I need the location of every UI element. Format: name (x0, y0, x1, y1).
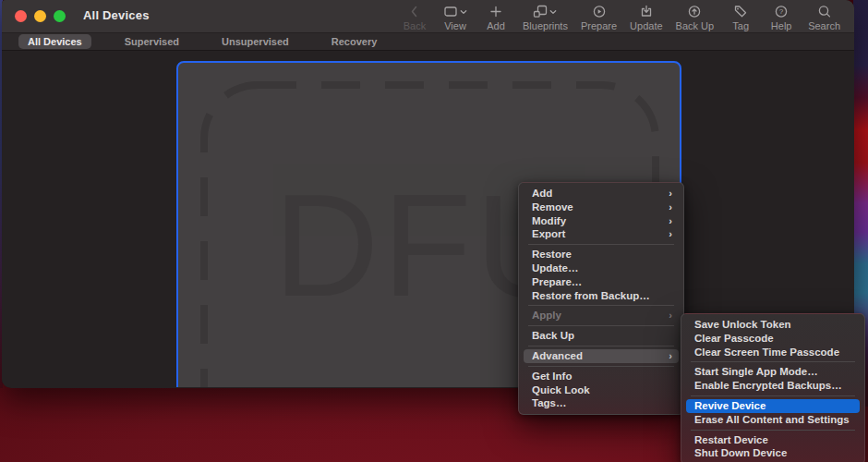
tab-all-devices[interactable]: All Devices (18, 34, 91, 49)
toolbar-button-blueprints[interactable]: Blueprints (516, 2, 574, 33)
toolbar: BackViewAddBlueprintsPrepareUpdateBack U… (394, 2, 847, 33)
menu-separator (691, 395, 855, 396)
menu-item-tags[interactable]: Tags… (524, 396, 679, 410)
submenu-chevron-icon: › (669, 214, 672, 228)
zoom-button[interactable] (54, 10, 66, 22)
menu-item-restart-device[interactable]: Restart Device (686, 433, 860, 447)
menu-item-label: Modify (532, 215, 566, 226)
plus-icon (488, 4, 503, 19)
menu-separator (528, 325, 674, 326)
menu-separator (528, 366, 674, 367)
toolbar-label: Blueprints (523, 20, 568, 31)
toolbar-label: Update (630, 20, 662, 31)
menu-item-update[interactable]: Update… (524, 261, 679, 275)
menu-item-label: Apply (532, 310, 561, 321)
menu-item-label: Get Info (532, 371, 572, 382)
menu-item-advanced[interactable]: Advanced› (524, 349, 679, 363)
context-menu: Add›Remove›Modify›Export›RestoreUpdate…P… (518, 182, 684, 415)
menu-separator (528, 244, 674, 245)
search-icon (817, 4, 832, 19)
menu-item-clear-passcode[interactable]: Clear Passcode (686, 332, 860, 346)
menu-item-label: Erase All Content and Settings (694, 414, 850, 425)
toolbar-button-back-up[interactable]: Back Up (669, 2, 721, 33)
toolbar-button-view[interactable]: View (435, 2, 476, 33)
menu-item-get-info[interactable]: Get Info (524, 370, 679, 383)
menu-item-label: Back Up (532, 330, 574, 341)
menu-item-shut-down-device[interactable]: Shut Down Device (686, 446, 860, 460)
menu-item-label: Add (532, 188, 552, 199)
help-circle-icon: ? (774, 4, 789, 19)
menu-item-label: Remove (532, 201, 573, 213)
toolbar-label: Tag (732, 20, 749, 31)
menu-item-apply: Apply› (524, 309, 679, 322)
menu-item-label: Start Single App Mode… (694, 366, 818, 377)
menu-item-label: Update… (532, 262, 578, 274)
window-view-icon (443, 4, 467, 19)
tag-icon (733, 4, 748, 19)
menu-item-erase-all-content-and-settings[interactable]: Erase All Content and Settings (686, 413, 860, 427)
toolbar-label: Help (771, 20, 792, 31)
menu-item-restore[interactable]: Restore (524, 248, 679, 261)
menu-item-label: Clear Passcode (694, 333, 774, 344)
menu-item-back-up[interactable]: Back Up (524, 329, 679, 343)
menu-item-enable-encrypted-backups[interactable]: Enable Encrypted Backups… (686, 379, 860, 393)
tab-recovery[interactable]: Recovery (322, 34, 387, 49)
menu-separator (528, 346, 674, 346)
menu-item-label: Restore from Backup… (532, 290, 650, 301)
toolbar-label: Search (808, 20, 840, 31)
titlebar: All Devices BackViewAddBlueprintsPrepare… (2, 0, 854, 32)
menu-item-add[interactable]: Add› (524, 187, 679, 201)
menu-item-modify[interactable]: Modify› (524, 214, 679, 228)
menu-item-label: Export (532, 228, 565, 239)
menu-item-save-unlock-token[interactable]: Save Unlock Token (686, 318, 860, 332)
tab-unsupervised[interactable]: Unsupervised (212, 34, 298, 49)
menu-item-label: Tags… (532, 397, 567, 408)
menu-item-label: Save Unlock Token (694, 319, 791, 330)
toolbar-label: Add (487, 20, 505, 31)
window-title: All Devices (83, 8, 150, 22)
toolbar-button-search[interactable]: Search (802, 2, 847, 33)
tab-supervised[interactable]: Supervised (115, 34, 188, 49)
menu-item-prepare[interactable]: Prepare… (524, 275, 679, 289)
menu-item-label: Clear Screen Time Passcode (694, 346, 839, 358)
menu-item-restore-from-backup[interactable]: Restore from Backup… (524, 289, 679, 303)
toolbar-button-help[interactable]: ?Help (761, 2, 802, 33)
toolbar-label: Back (404, 20, 426, 31)
traffic-lights (15, 10, 66, 22)
menu-item-label: Shut Down Device (694, 447, 787, 458)
submenu-chevron-icon: › (669, 227, 672, 241)
submenu-chevron-icon: › (669, 187, 672, 201)
svg-text:?: ? (779, 7, 784, 16)
submenu-chevron-icon: › (669, 309, 672, 322)
menu-item-export[interactable]: Export› (524, 227, 679, 241)
menu-item-start-single-app-mode[interactable]: Start Single App Mode… (686, 365, 860, 379)
advanced-submenu: Save Unlock TokenClear PasscodeClear Scr… (681, 313, 865, 462)
toolbar-button-add[interactable]: Add (476, 2, 516, 33)
prepare-play-circle-icon (592, 4, 607, 19)
menu-item-label: Enable Encrypted Backups… (694, 380, 842, 391)
menu-separator (691, 361, 855, 362)
toolbar-button-back: Back (394, 2, 435, 33)
menu-item-clear-screen-time-passcode[interactable]: Clear Screen Time Passcode (686, 346, 860, 359)
menu-item-remove[interactable]: Remove› (524, 201, 679, 214)
close-button[interactable] (15, 10, 27, 22)
menu-item-label: Restart Device (694, 434, 768, 445)
backup-circle-arrow-icon (687, 4, 702, 19)
menu-item-label: Prepare… (532, 276, 582, 287)
toolbar-button-tag[interactable]: Tag (720, 2, 761, 33)
chevron-left-icon (407, 4, 422, 19)
submenu-chevron-icon: › (669, 201, 672, 214)
menu-item-label: Advanced (532, 350, 583, 361)
menu-item-label: Restore (532, 249, 572, 260)
menu-item-label: Revive Device (694, 400, 766, 411)
toolbar-button-update[interactable]: Update (623, 2, 669, 33)
menu-item-revive-device[interactable]: Revive Device (686, 399, 860, 413)
toolbar-label: Prepare (581, 20, 617, 31)
tab-bar: All DevicesSupervisedUnsupervisedRecover… (2, 32, 854, 51)
menu-item-quick-look[interactable]: Quick Look (524, 383, 679, 397)
blueprints-icon (533, 4, 557, 19)
toolbar-button-prepare[interactable]: Prepare (574, 2, 623, 33)
menu-item-label: Quick Look (532, 384, 590, 395)
toolbar-label: Back Up (676, 20, 715, 31)
minimize-button[interactable] (34, 10, 46, 22)
